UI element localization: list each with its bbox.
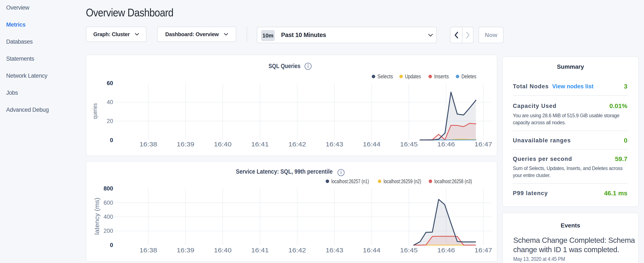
svg-text:200: 200 (104, 228, 113, 234)
svg-text:16:41: 16:41 (251, 141, 269, 148)
svg-text:16:39: 16:39 (177, 141, 194, 148)
svg-text:16:45: 16:45 (400, 141, 418, 148)
svg-text:16:38: 16:38 (140, 141, 157, 148)
svg-text:16:47: 16:47 (474, 141, 492, 148)
svg-text:60: 60 (107, 80, 113, 86)
svg-text:localhost:26259 (n2): localhost:26259 (n2) (384, 178, 421, 184)
svg-text:16:44: 16:44 (363, 141, 380, 148)
svg-text:16:40: 16:40 (214, 141, 232, 148)
svg-text:16:43: 16:43 (326, 247, 343, 254)
svg-text:16:39: 16:39 (177, 247, 194, 254)
svg-text:16:41: 16:41 (251, 247, 269, 254)
svg-text:0: 0 (110, 242, 113, 248)
svg-text:latency (ms): latency (ms) (93, 198, 100, 235)
svg-text:16:45: 16:45 (400, 247, 418, 254)
svg-text:Selects: Selects (378, 73, 393, 79)
svg-text:16:40: 16:40 (214, 247, 232, 254)
svg-text:Service Latency: SQL, 99th per: Service Latency: SQL, 99th percentile (236, 168, 333, 175)
svg-text:localhost:26257 (n1): localhost:26257 (n1) (331, 178, 369, 184)
svg-text:20: 20 (107, 118, 113, 124)
svg-text:400: 400 (104, 214, 113, 220)
svg-text:Inserts: Inserts (434, 73, 449, 79)
svg-text:queries: queries (92, 103, 98, 119)
svg-text:SQL Queries: SQL Queries (268, 63, 300, 69)
svg-text:16:38: 16:38 (140, 247, 157, 254)
svg-text:40: 40 (107, 99, 113, 105)
svg-text:16:44: 16:44 (363, 247, 380, 254)
svg-text:Deletes: Deletes (461, 73, 476, 79)
svg-text:16:46: 16:46 (437, 141, 455, 148)
svg-text:800: 800 (104, 185, 113, 192)
svg-text:Updates: Updates (405, 73, 421, 79)
svg-text:0: 0 (110, 137, 113, 143)
svg-text:16:43: 16:43 (326, 141, 343, 148)
svg-text:localhost:26258 (n3): localhost:26258 (n3) (434, 178, 472, 184)
svg-text:16:47: 16:47 (474, 247, 492, 254)
svg-text:16:42: 16:42 (288, 141, 306, 148)
svg-text:600: 600 (104, 200, 113, 206)
svg-text:16:46: 16:46 (437, 247, 455, 254)
svg-text:16:42: 16:42 (288, 247, 306, 254)
